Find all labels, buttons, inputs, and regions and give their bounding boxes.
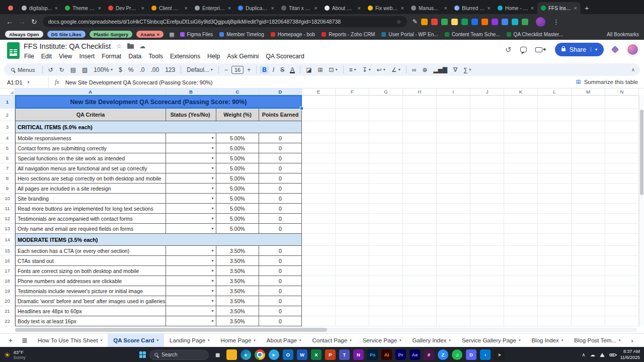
tab-close-icon[interactable]: × (271, 5, 274, 11)
column-header-H[interactable]: H (403, 88, 437, 96)
points-cell-D18[interactable]: 0 (259, 276, 302, 286)
taskbar-task-view-icon[interactable]: ▦ (212, 349, 223, 360)
document-title[interactable]: FFS Institute: QA Checklist (24, 42, 111, 50)
comment-icon[interactable] (520, 47, 527, 52)
group-close-icon[interactable]: × (157, 32, 160, 37)
points-cell-D19[interactable]: 0 (259, 286, 302, 296)
taskbar-spotify-icon[interactable]: ♫ (452, 349, 462, 360)
extension-5-icon[interactable] (461, 19, 468, 25)
extension-3-icon[interactable] (441, 19, 448, 25)
status-dropdown-icon[interactable]: ▼ (211, 156, 214, 160)
extension-6-icon[interactable] (471, 19, 478, 25)
row-header-17[interactable]: 17 (0, 266, 15, 276)
criteria-cell-A22[interactable]: Body text is at least 16px (15, 316, 166, 326)
empty-cells-filler[interactable] (302, 256, 639, 266)
weather-widget[interactable]: ☀ 43°F Sunny (4, 347, 26, 362)
star-icon[interactable]: ☆ (116, 43, 122, 50)
menu-help[interactable]: Help (204, 52, 223, 61)
weight-cell-C22[interactable]: 3.50% (216, 316, 259, 326)
row-header-21[interactable]: 21 (0, 306, 15, 316)
status-cell-B5[interactable]: ▼ (166, 143, 216, 153)
points-cell-D13[interactable]: 0 (259, 224, 302, 234)
empty-cells-filler[interactable] (302, 204, 639, 214)
all-sheets-icon[interactable]: ≣ (17, 336, 32, 344)
bookmark-qa-checklist-master[interactable]: QA Checklist Master... (507, 32, 563, 37)
tab-group-ds-site-likes[interactable]: DS Site Likes (47, 31, 86, 38)
tab-close-icon[interactable]: × (444, 5, 447, 11)
sheets-logo-icon[interactable] (7, 42, 20, 59)
status-cell-B8[interactable]: ▼ (166, 173, 216, 184)
horizontal-scrollbar-thumb[interactable] (15, 328, 327, 332)
status-cell-B22[interactable]: ▼ (166, 316, 216, 326)
header-cell-weight[interactable]: Weight (%) (216, 109, 259, 121)
browser-tab-manus[interactable]: Manus...× (408, 2, 451, 14)
section-cell-critical-items-5-0-each[interactable]: CRITICAL ITEMS (5.0% each) (15, 121, 302, 133)
bookmark-figma-files[interactable]: Figma Files (180, 32, 213, 37)
text-color-icon[interactable]: A (288, 66, 297, 74)
empty-cells-filler[interactable] (302, 224, 639, 234)
criteria-cell-A17[interactable]: Fonts are correct sizing on both desktop… (15, 266, 166, 276)
sheet-tab-how-to-use-this-sheet[interactable]: How To Use This Sheet▾ (32, 334, 108, 347)
currency-format-icon[interactable]: $ (116, 66, 125, 74)
criteria-cell-A8[interactable]: Hero sections are setup correctly on bot… (15, 173, 166, 184)
browser-profile-avatar[interactable] (536, 17, 545, 27)
browser-tab-ffs-institu[interactable]: FFS Institu...× (537, 2, 581, 14)
menu-tools[interactable]: Tools (145, 52, 167, 61)
criteria-cell-A12[interactable]: Testimonials are accompanied with contac… (15, 214, 166, 224)
row-header-14[interactable]: 14 (0, 234, 15, 246)
taskbar-zoom-icon[interactable]: Z (438, 349, 448, 360)
status-dropdown-icon[interactable]: ▼ (211, 197, 214, 200)
edit-extension-icon[interactable]: ✎ (413, 18, 418, 25)
header-cell-qa-criteria[interactable]: QA Criteria (15, 109, 166, 121)
sheet-tab-contact-page[interactable]: Contact Page▾ (306, 334, 357, 347)
criteria-cell-A20[interactable]: Dramatic 'worst' before and 'best' after… (15, 296, 166, 306)
back-icon[interactable]: ← (6, 18, 13, 26)
scroll-tabs-right-icon[interactable]: › (626, 337, 638, 344)
column-header-N[interactable]: N (605, 88, 639, 96)
empty-cells-filler[interactable] (302, 173, 639, 184)
row-header-1[interactable]: 1 (0, 96, 15, 109)
status-cell-B11[interactable]: ▼ (166, 204, 216, 214)
weight-cell-C4[interactable]: 5.00% (216, 133, 259, 143)
collapse-toolbar-icon[interactable]: ∧ (631, 67, 635, 72)
number-format-icon[interactable]: 123 (163, 66, 178, 74)
font-family-select[interactable]: Defaul...▾ (184, 66, 215, 74)
status-cell-B20[interactable]: ▼ (166, 296, 216, 306)
onedrive-icon[interactable]: ☁ (590, 352, 595, 357)
criteria-cell-A10[interactable]: Site branding (15, 194, 166, 204)
menu-view[interactable]: View (55, 52, 75, 61)
column-header-A[interactable]: A (15, 88, 166, 96)
status-dropdown-icon[interactable]: ▼ (211, 187, 214, 190)
empty-cells-filler[interactable] (302, 194, 639, 204)
new-tab-button[interactable]: + (585, 4, 589, 12)
row-header-8[interactable]: 8 (0, 173, 15, 184)
points-cell-D21[interactable]: 0 (259, 306, 302, 316)
menu-extensions[interactable]: Extensions (167, 52, 204, 61)
weight-cell-C18[interactable]: 3.50% (216, 276, 259, 286)
column-header-J[interactable]: J (470, 88, 504, 96)
version-history-icon[interactable]: ↺ (505, 45, 512, 54)
paint-format-icon[interactable]: ▧ (79, 66, 90, 74)
sheet-tab-caret-icon[interactable]: ▾ (619, 338, 621, 342)
weight-cell-C20[interactable]: 3.50% (216, 296, 259, 306)
points-cell-D22[interactable]: 0 (259, 316, 302, 326)
criteria-cell-A4[interactable]: Mobile responsiveness (15, 133, 166, 143)
tab-group-plastic-surgery[interactable]: Plastic Surgery (90, 31, 132, 38)
name-box-caret-icon[interactable]: ▾ (28, 80, 30, 84)
wifi-icon[interactable] (600, 353, 605, 357)
menu-file[interactable]: File (21, 52, 38, 61)
vertical-align-icon[interactable]: ↧▾ (360, 66, 373, 74)
row-header-22[interactable]: 22 (0, 316, 15, 326)
taskbar-powerpoint-icon[interactable]: P (325, 349, 336, 360)
summarize-table-button[interactable]: ⊞ Summarize this table (576, 78, 638, 85)
taskbar-photoshop-icon[interactable]: Ps (367, 349, 378, 360)
column-header-E[interactable]: E (302, 88, 336, 96)
status-cell-B4[interactable]: ▼ (166, 133, 216, 143)
status-dropdown-icon[interactable]: ▼ (211, 299, 214, 303)
criteria-cell-A5[interactable]: Contact forms are submitting correctly (15, 143, 166, 153)
status-cell-B18[interactable]: ▼ (166, 276, 216, 286)
status-dropdown-icon[interactable]: ▼ (211, 227, 214, 230)
weight-cell-C19[interactable]: 3.50% (216, 286, 259, 296)
tab-group-asana[interactable]: Asana × (136, 31, 164, 38)
criteria-cell-A9[interactable]: All pages are included in a site redesig… (15, 184, 166, 194)
